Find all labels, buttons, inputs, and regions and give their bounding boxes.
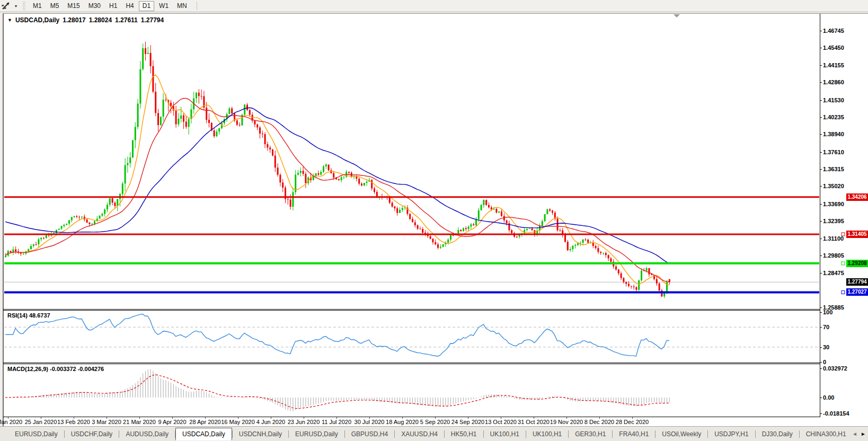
axis-tick xyxy=(820,82,822,83)
axis-tick xyxy=(820,31,822,31)
axis-tick xyxy=(820,239,822,239)
chart-tab-usdjpy-h1[interactable]: USDJPY,H1 xyxy=(708,428,755,440)
quote-close: 1.27794 xyxy=(141,16,164,24)
axis-tick xyxy=(820,368,822,369)
date-axis-label: 30 Jul 2020 xyxy=(355,419,385,425)
macd-axis-label: 0.00 xyxy=(823,394,834,401)
chart-tab-usoil-weekly[interactable]: USOil,Weekly xyxy=(656,428,707,440)
date-axis-label: 21 Mar 2020 xyxy=(123,419,156,425)
date-axis-label: 31 Oct 2020 xyxy=(518,419,550,425)
chart-collapse-arrow[interactable]: ▼ xyxy=(7,17,12,23)
panel-separator[interactable] xyxy=(3,309,820,310)
price-axis-label: 1.44155 xyxy=(823,62,844,68)
price-axis-label: 1.42860 xyxy=(823,79,844,85)
axis-tick xyxy=(820,307,822,308)
line-handle[interactable] xyxy=(842,290,845,294)
axis-tick xyxy=(820,312,822,313)
chart-tab-usdchf-daily[interactable]: USDCHF,Daily xyxy=(65,428,119,440)
price-tag-1.27027: 1.27027 xyxy=(846,288,868,296)
axis-tick xyxy=(820,100,822,101)
axis-tick xyxy=(820,134,822,135)
date-axis-label: 28 Apr 2020 xyxy=(189,419,220,425)
date-axis-label: 19 Nov 2020 xyxy=(550,419,583,425)
chart-title: ▼ USDCAD,Daily 1.28017 1.28024 1.27611 1… xyxy=(7,16,164,24)
price-tag-1.29208: 1.29208 xyxy=(846,260,868,267)
price-axis-label: 1.31100 xyxy=(823,235,844,242)
price-axis-label: 1.29805 xyxy=(823,252,844,259)
date-axis-label: 25 Jan 2020 xyxy=(25,419,57,425)
chart-tab-eurusd-daily[interactable]: EURUSD,Daily xyxy=(8,428,64,440)
current-price-tag: 1.27794 xyxy=(846,278,868,286)
chart-tab-xauusd-h4[interactable]: XAUUSD,H4 xyxy=(395,428,444,440)
axis-tick xyxy=(820,169,822,170)
date-axis-label: 23 Jun 2020 xyxy=(288,419,320,425)
axis-tick xyxy=(820,413,822,414)
rsi-axis-label: 100 xyxy=(823,309,832,315)
axis-tick xyxy=(820,255,822,256)
axis-tick xyxy=(820,117,822,118)
price-axis-label: 1.28475 xyxy=(823,270,844,276)
chart-tab-uk100-h1[interactable]: UK100,H1 xyxy=(526,428,568,440)
rsi-axis-label: 30 xyxy=(823,344,829,350)
line-handle[interactable] xyxy=(842,262,845,265)
macd-label: MACD(12,26,9) -0.003372 -0.004276 xyxy=(7,366,104,372)
main-plot-area[interactable] xyxy=(4,16,819,308)
chart-tab-bar: EURUSD,DailyUSDCHF,DailyAUDUSD,DailyUSDC… xyxy=(0,426,868,441)
price-axis-line xyxy=(820,14,820,417)
tab-scroll-right-icon[interactable]: ► xyxy=(861,431,866,437)
date-axis-label: 5 Sep 2020 xyxy=(420,419,450,425)
chart-tab-audusd-daily[interactable]: AUDUSD,Daily xyxy=(119,428,175,440)
chart-tab-ger30-h1[interactable]: GER30,H1 xyxy=(569,428,612,440)
date-axis-label: 18 Aug 2020 xyxy=(386,419,419,425)
price-axis-label: 1.33690 xyxy=(823,201,844,207)
price-axis-label: 1.38940 xyxy=(823,131,844,137)
price-tag-1.31405: 1.31405 xyxy=(846,231,868,238)
panel-separator xyxy=(3,364,820,364)
axis-tick xyxy=(820,347,822,348)
quote-low: 1.27611 xyxy=(115,16,138,24)
macd-axis-label: 0.032972 xyxy=(823,365,847,372)
chart-tab-eurusd-daily[interactable]: EURUSD,Daily xyxy=(289,428,344,440)
rsi-plot-area[interactable] xyxy=(4,311,819,362)
panel-separator xyxy=(3,417,820,417)
date-axis-label: 24 Sep 2020 xyxy=(451,419,484,425)
macd-plot-area[interactable] xyxy=(4,364,819,417)
chart-symbol-label: USDCAD,Daily xyxy=(15,16,59,24)
price-axis-label: 1.35020 xyxy=(823,183,844,189)
axis-tick xyxy=(820,273,822,274)
date-axis-label: 13 Feb 2020 xyxy=(57,419,90,425)
price-axis-label: 1.45450 xyxy=(823,45,844,51)
axis-tick xyxy=(820,152,822,153)
axis-tick xyxy=(820,327,822,328)
chart-tab-usdcad-daily[interactable]: USDCAD,Daily xyxy=(175,428,232,440)
chart-tab-gbpusd-h4[interactable]: GBPUSD,H4 xyxy=(345,428,394,440)
axis-tick xyxy=(820,398,822,398)
axis-tick xyxy=(820,186,822,187)
tab-scroll-left-icon[interactable]: ◄ xyxy=(852,431,857,437)
chart-tab-usdcnh-daily[interactable]: USDCNH,Daily xyxy=(233,428,288,440)
chart-tab-fra40-h1[interactable]: FRA40,H1 xyxy=(613,428,655,440)
price-axis-label: 1.41530 xyxy=(823,97,844,103)
date-axis-label: 28 Dec 2020 xyxy=(616,419,649,425)
rsi-axis-label: 0 xyxy=(823,359,826,365)
date-axis-label: 8 Dec 2020 xyxy=(584,419,614,425)
macd-axis-label: -0.018154 xyxy=(823,410,849,417)
date-axis-label: 16 May 2020 xyxy=(221,419,255,425)
price-axis-label: 1.32395 xyxy=(823,218,844,224)
chart-tab-china300-h1[interactable]: CHINA300,H1 xyxy=(800,428,853,440)
price-axis-label: 1.40235 xyxy=(823,114,844,120)
quote-open: 1.28017 xyxy=(63,16,85,24)
axis-tick xyxy=(820,48,822,48)
panel-separator[interactable] xyxy=(3,363,820,363)
date-axis-label: 13 Oct 2020 xyxy=(485,419,517,425)
rsi-label: RSI(14) 48.6737 xyxy=(7,312,50,319)
panel-separator xyxy=(3,310,820,311)
tab-scroll-arrows: ◄ ► xyxy=(850,427,868,441)
chart-tab-uk100-h1[interactable]: UK100,H1 xyxy=(484,428,526,440)
axis-tick xyxy=(820,204,822,205)
chart-tab-hk50-h1[interactable]: HK50,H1 xyxy=(445,428,483,440)
date-axis-label: 9 Apr 2020 xyxy=(158,419,186,425)
price-tag-1.34206: 1.34206 xyxy=(846,193,868,201)
price-axis-label: 1.46745 xyxy=(823,28,844,34)
chart-tab-dj30-daily[interactable]: DJ30,Daily xyxy=(756,428,799,440)
